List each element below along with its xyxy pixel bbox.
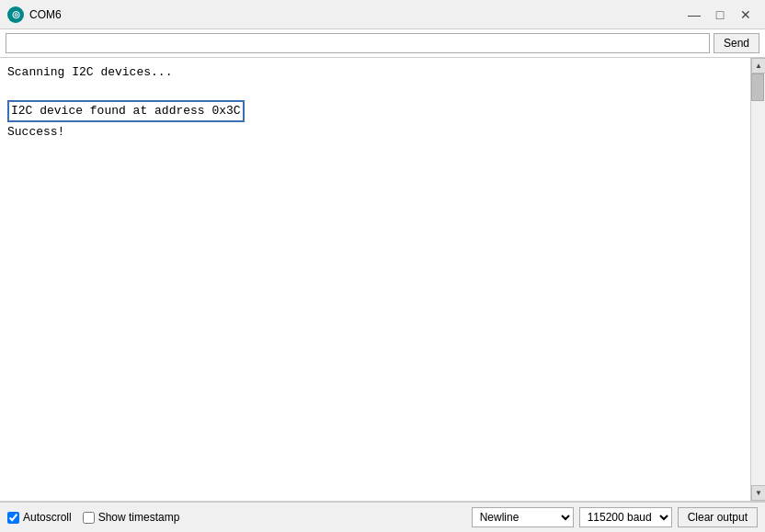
input-row: Send (0, 29, 765, 58)
scrollbar-thumb[interactable] (751, 74, 764, 101)
close-button[interactable]: ✕ (734, 5, 758, 25)
title-bar-left: ◎ COM6 (7, 6, 62, 23)
serial-input[interactable] (6, 33, 710, 53)
output-container: Scanning I2C devices...I2C device found … (0, 58, 765, 502)
timestamp-checkbox[interactable] (83, 512, 95, 524)
clear-output-button[interactable]: Clear output (678, 507, 758, 527)
status-bar: Autoscroll Show timestamp NewlineNo line… (0, 502, 765, 532)
autoscroll-label[interactable]: Autoscroll (7, 511, 72, 524)
output-area: Scanning I2C devices...I2C device found … (0, 58, 750, 501)
scrollbar-thumb-area (751, 74, 765, 485)
scrollbar[interactable]: ▲ ▼ (750, 58, 765, 501)
minimize-button[interactable]: — (682, 5, 706, 25)
output-line: Scanning I2C devices... (7, 63, 743, 82)
autoscroll-checkbox[interactable] (7, 512, 19, 524)
scroll-down-arrow[interactable]: ▼ (751, 485, 765, 501)
status-right: NewlineNo line endingCarriage returnBoth… (472, 507, 758, 527)
logo-text: ◎ (12, 9, 20, 19)
send-button[interactable]: Send (714, 33, 759, 53)
autoscroll-text: Autoscroll (23, 511, 72, 524)
baud-select[interactable]: 300 baud1200 baud2400 baud4800 baud9600 … (579, 507, 672, 527)
newline-select[interactable]: NewlineNo line endingCarriage returnBoth… (472, 507, 574, 527)
maximize-button[interactable]: □ (708, 5, 732, 25)
scroll-up-arrow[interactable]: ▲ (751, 58, 765, 74)
window-controls: — □ ✕ (682, 5, 758, 25)
timestamp-label[interactable]: Show timestamp (83, 511, 180, 524)
app-logo: ◎ (7, 6, 24, 23)
timestamp-text: Show timestamp (98, 511, 180, 524)
status-left: Autoscroll Show timestamp (7, 511, 461, 524)
window-title: COM6 (29, 8, 62, 21)
title-bar: ◎ COM6 — □ ✕ (0, 0, 765, 29)
output-line: Success! (7, 123, 743, 141)
output-line-highlighted: I2C device found at address 0x3C (7, 100, 245, 122)
